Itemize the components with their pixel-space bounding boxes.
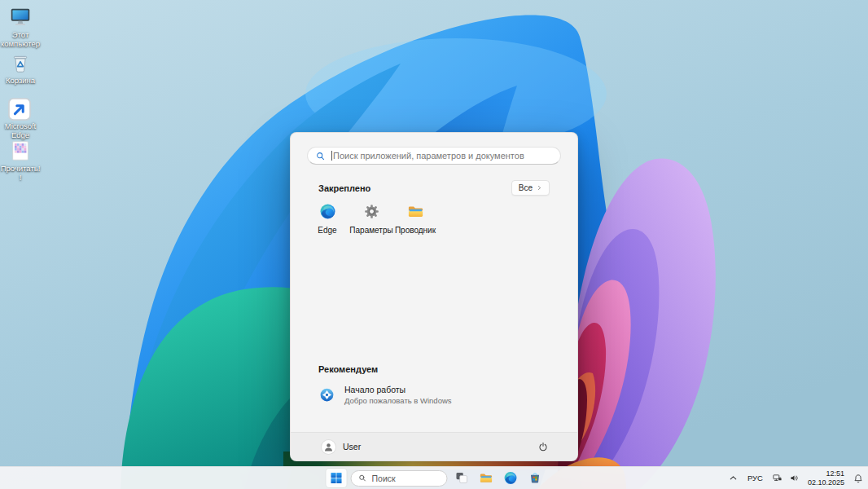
search-icon <box>358 474 367 482</box>
pinned-title: Закреплено <box>318 183 370 193</box>
start-menu: Закреплено Все Edge Параметры Проводник … <box>290 132 578 461</box>
clock-time: 12:51 <box>808 469 844 478</box>
power-icon <box>537 441 549 452</box>
start-menu-search-input[interactable] <box>333 151 553 161</box>
recommended-item-subtitle: Добро пожаловать в Windows <box>344 396 452 405</box>
bell-icon <box>853 473 864 484</box>
desktop-icon-label: Прочитать!! <box>0 165 41 182</box>
image-file-icon <box>8 139 33 163</box>
clock-date: 02.10.2025 <box>808 478 844 487</box>
notifications-button[interactable] <box>853 473 864 484</box>
pinned-app-explorer[interactable]: Проводник <box>393 198 437 235</box>
microsoft-store-icon <box>528 470 543 486</box>
desktop-icon-this-pc[interactable]: Этот компьютер <box>0 5 41 48</box>
recommended-title: Рекомендуем <box>318 364 378 374</box>
pinned-app-settings[interactable]: Параметры <box>349 198 393 235</box>
edge-icon <box>8 96 33 121</box>
desktop-icon-label: Microsoft Edge <box>0 122 41 139</box>
desktop-icon-recycle-bin[interactable]: Корзина <box>0 51 41 86</box>
recommended-item-get-started[interactable]: Начало работы Добро пожаловать в Windows <box>312 380 556 410</box>
desktop: { "desktop": { "icons": [ {"label": "Это… <box>0 0 868 489</box>
file-explorer-icon <box>479 470 494 486</box>
pinned-all-button[interactable]: Все <box>511 180 550 196</box>
recommended-item-title: Начало работы <box>344 385 452 394</box>
person-icon <box>322 440 335 454</box>
pinned-app-label: Edge <box>318 226 336 235</box>
microsoft-store-button[interactable] <box>525 469 546 487</box>
avatar <box>322 440 335 454</box>
hidden-icons-button[interactable] <box>728 473 739 483</box>
volume-button[interactable] <box>789 473 800 483</box>
start-menu-footer: User <box>291 432 577 460</box>
desktop-icon-label: Этот компьютер <box>0 31 41 48</box>
edge-button[interactable] <box>501 469 521 487</box>
pinned-app-edge[interactable]: Edge <box>305 198 349 235</box>
desktop-icon-label: Корзина <box>6 77 35 86</box>
speaker-icon <box>789 473 800 483</box>
desktop-icon-readme[interactable]: Прочитать!! <box>0 139 41 182</box>
network-icon <box>772 473 783 483</box>
pinned-apps: Edge Параметры Проводник <box>305 198 437 235</box>
taskbar: РУС 12:51 02.10.2025 <box>0 466 868 489</box>
power-button[interactable] <box>533 437 553 456</box>
start-menu-search-box[interactable] <box>307 147 561 165</box>
pinned-app-label: Проводник <box>395 226 436 235</box>
pinned-all-label: Все <box>519 183 533 192</box>
recommended-section-header: Рекомендуем <box>318 364 550 374</box>
user-button[interactable]: User <box>315 438 367 456</box>
chevron-up-icon <box>728 473 739 483</box>
windows-logo-icon <box>329 470 344 486</box>
user-name: User <box>343 442 361 452</box>
get-started-icon <box>318 386 335 403</box>
network-button[interactable] <box>772 473 783 483</box>
taskbar-search-input[interactable] <box>372 474 441 483</box>
desktop-icon-edge[interactable]: Microsoft Edge <box>0 96 41 139</box>
start-button[interactable] <box>327 469 347 487</box>
clock[interactable]: 12:51 02.10.2025 <box>806 469 846 487</box>
file-explorer-button[interactable] <box>476 469 497 487</box>
taskbar-center <box>327 467 546 489</box>
language-indicator[interactable]: РУС <box>745 472 765 484</box>
edge-icon <box>503 470 519 486</box>
text-caret <box>331 151 332 161</box>
chevron-right-icon <box>537 184 542 192</box>
task-view-button[interactable] <box>452 469 472 487</box>
recycle-bin-icon <box>8 51 33 75</box>
pinned-section-header: Закреплено Все <box>318 180 550 196</box>
search-icon <box>315 151 326 161</box>
this-pc-icon <box>8 5 33 29</box>
settings-gear-icon <box>362 202 381 221</box>
folder-icon <box>406 202 425 221</box>
edge-icon <box>318 202 337 221</box>
taskbar-search-box[interactable] <box>351 470 448 487</box>
system-tray: РУС 12:51 02.10.2025 <box>728 467 864 489</box>
task-view-icon <box>454 470 470 486</box>
pinned-app-label: Параметры <box>349 226 392 235</box>
shortcut-arrow-icon <box>7 97 32 121</box>
